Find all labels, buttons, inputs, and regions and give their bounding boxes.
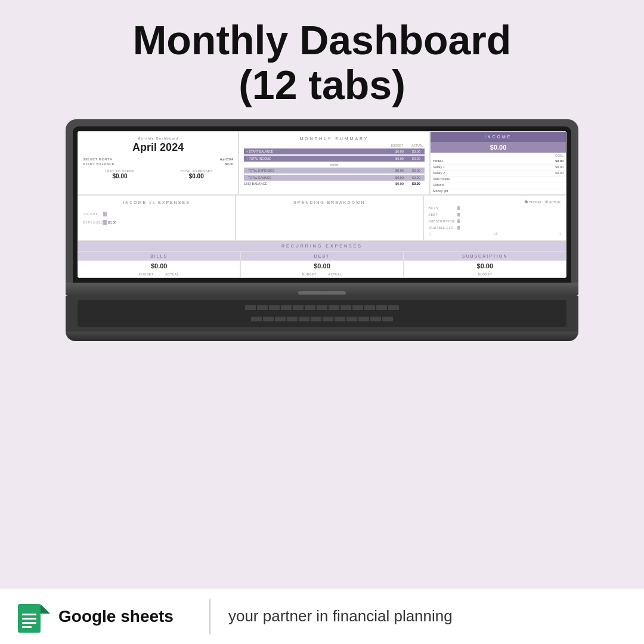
subscription-subheaders: BUDGET (404, 271, 566, 277)
income-table-header: GOAL (431, 153, 566, 159)
key (335, 317, 345, 321)
laptop-wrapper: Monthly Dashboard April 2024 SELECT MONT… (0, 119, 644, 341)
bc-row-variable: VARIABLE EXP. (429, 226, 561, 230)
summary-title: MONTHLY SUMMARY (244, 137, 425, 141)
svg-rect-4 (22, 622, 36, 624)
keyboard-area (66, 296, 578, 332)
subscription-header: SUBSCRIPTION (404, 252, 566, 261)
select-month-label: SELECT MONTH (83, 157, 112, 161)
bottom-brand-text: Google sheets (58, 607, 174, 626)
sum-row-budget-4: $0.00 (391, 175, 408, 181)
panel-date-month: April 2024 (83, 141, 233, 154)
totals-row: LEFT TO SPEND $0.00 TOTAL EXPENSES $0.00 (83, 169, 233, 179)
keyboard-keys (78, 300, 566, 327)
screen-bezel: Monthly Dashboard April 2024 SELECT MONT… (73, 126, 571, 283)
key (275, 317, 286, 321)
sum-end-actual: $0.00 (408, 182, 425, 185)
bc-row-bills: BILLS (429, 206, 561, 210)
page-title: Monthly Dashboard (12 tabs) (0, 0, 644, 113)
bottom-divider (209, 599, 210, 634)
debt-header: DEBT (241, 252, 402, 261)
start-balance-row: START BALANCE $0.00 (83, 162, 233, 166)
panel-bills: BILLS $0.00 BUDGET ACTUAL (78, 251, 240, 278)
panel-income-vs-expenses: INCOME vs EXPENSES INCOME (78, 195, 236, 241)
key (376, 305, 387, 310)
axis-neg1: -1 (429, 233, 431, 236)
start-balance-value: $0.00 (225, 162, 234, 166)
sum-row-label-4: - TOTAL SAVINGS (244, 175, 391, 181)
bc-bar-variable (457, 226, 561, 230)
bottom-logo: Google sheets (0, 600, 191, 633)
trackpad-notch (298, 291, 346, 295)
income-row-refund: Refund (431, 182, 566, 188)
key (388, 305, 399, 310)
bc-row-subscription: SUBSCRIPTION (429, 219, 561, 223)
laptop-lid: Monthly Dashboard April 2024 SELECT MONT… (66, 119, 578, 283)
svg-rect-3 (22, 618, 36, 620)
iv-income-row: INCOME (83, 212, 230, 216)
sum-row-budget-0: $0.00 (391, 148, 408, 154)
key (251, 317, 262, 321)
key (293, 305, 304, 310)
laptop-bottom (66, 332, 578, 341)
google-sheets-icon (18, 600, 50, 633)
bills-budget-label: BUDGET (139, 273, 153, 276)
bc-bar-debt-fill (457, 213, 460, 216)
panel-date: Monthly Dashboard April 2024 SELECT MONT… (78, 131, 239, 195)
key (311, 317, 321, 321)
key (346, 317, 357, 321)
income-row-salary2: Salary 2 $0.00 (431, 171, 566, 177)
key (245, 305, 256, 310)
dashboard: Monthly Dashboard April 2024 SELECT MONT… (78, 131, 566, 278)
income-row-salary1: Salary 1 $0.00 (431, 165, 566, 171)
left-to-spend-box: LEFT TO SPEND $0.00 (83, 169, 157, 179)
income-row-total: TOTAL $0.00 (431, 159, 566, 165)
bc-bar-bills (457, 206, 561, 210)
svg-rect-2 (22, 614, 36, 615)
svg-rect-5 (22, 626, 32, 628)
sum-row-budget-1: $0.00 (391, 156, 408, 162)
sum-minus-label: minus (244, 163, 425, 166)
income-amount: $0.00 (431, 142, 566, 153)
iv-income-label: INCOME (83, 212, 101, 216)
sum-row-label-0: + START BALANCE (244, 148, 391, 154)
key (299, 317, 309, 321)
summary-row-end-balance: END BALANCE $0.00 $0.00 (244, 182, 425, 185)
iv-chart: INCOME EXPENSES (83, 209, 230, 231)
panel-date-subtitle: Monthly Dashboard (83, 137, 233, 140)
key (352, 305, 363, 310)
spending-title: SPENDING BREAKDOWN (293, 200, 365, 205)
title-line1: Monthly Dashboard (133, 17, 512, 63)
bc-label-debt: DEBT (429, 213, 456, 216)
left-to-spend-value: $0.00 (83, 173, 157, 179)
bills-amount: $0.00 (78, 261, 240, 271)
summary-row-minus: minus (244, 163, 425, 166)
legend-actual: ACTUAL (545, 200, 561, 204)
bills-header: BILLS (78, 252, 240, 261)
svg-marker-1 (41, 604, 50, 614)
sum-row-label-1: + TOTAL INCOME (244, 156, 391, 162)
income-goal-label: GOAL (555, 154, 564, 157)
key (305, 305, 315, 310)
bc-label-variable: VARIABLE EXP. (429, 226, 456, 230)
bc-bar-subscription (457, 219, 561, 223)
summary-row-total-savings: - TOTAL SAVINGS $0.00 $0.00 (244, 175, 425, 181)
panel-subscription: SUBSCRIPTION $0.00 BUDGET (404, 251, 566, 278)
axis-neg05: -0.5 (493, 233, 498, 236)
bills-subheaders: BUDGET ACTUAL (78, 271, 240, 277)
sum-row-label-3: - TOTAL EXPENSES (244, 168, 391, 174)
key-row-2 (80, 317, 564, 321)
bottom-bar: Google sheets your partner in financial … (0, 588, 644, 644)
laptop-base (66, 283, 578, 296)
key (382, 317, 393, 321)
bc-bar-debt (457, 213, 561, 216)
spending-chart-area (241, 207, 418, 236)
key (287, 317, 298, 321)
panel-income: INCOME $0.00 GOAL TOTAL $0.00 (430, 131, 566, 195)
budget-dot (525, 200, 528, 203)
laptop-screen: Monthly Dashboard April 2024 SELECT MONT… (78, 131, 566, 278)
start-balance-label: START BALANCE (83, 162, 114, 166)
summary-row-total-expenses: - TOTAL EXPENSES $0.00 $0.00 (244, 168, 425, 174)
sum-row-actual-4: $0.00 (408, 175, 425, 181)
key (269, 305, 280, 310)
